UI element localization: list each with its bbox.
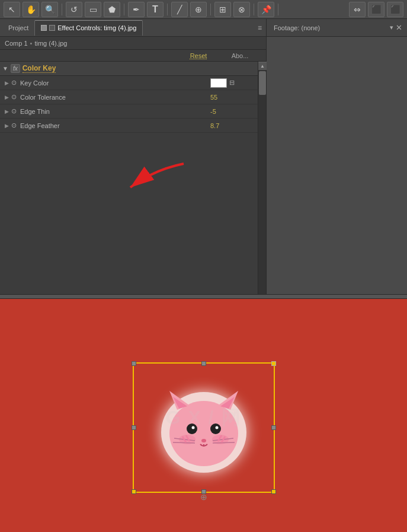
handle-tl[interactable] xyxy=(132,361,136,366)
handle-br[interactable] xyxy=(271,489,276,494)
col-about-header: Abo... xyxy=(222,52,258,59)
breadcrumb-sep: • xyxy=(30,40,33,47)
edge-thin-row: ▶ ⊙ Edge Thin -5 xyxy=(0,104,258,119)
tab-project[interactable]: Project xyxy=(2,20,34,36)
edge-feather-triangle[interactable]: ▶ xyxy=(5,123,9,129)
handle-mt[interactable] xyxy=(201,361,206,366)
footage-panel: Footage: (none) ▾ ✕ xyxy=(267,19,407,294)
project-tab-label: Project xyxy=(8,24,28,31)
effect-scrollbar[interactable]: ▲ xyxy=(258,62,266,294)
separator-4 xyxy=(210,4,211,15)
scroll-up-arrow[interactable]: ▲ xyxy=(258,62,267,70)
color-tolerance-row: ▶ ⊙ Color Tolerance 55 xyxy=(0,90,258,104)
key-color-swatch[interactable] xyxy=(210,78,227,88)
svg-point-10 xyxy=(215,426,218,429)
handle-ml[interactable] xyxy=(132,425,136,430)
eyedrop-icon[interactable]: ⊟ xyxy=(229,79,235,87)
footage-controls: ▾ ✕ xyxy=(390,23,405,32)
svg-point-8 xyxy=(210,423,221,434)
panel-divider xyxy=(0,294,407,299)
svg-point-2 xyxy=(169,401,238,466)
edge-thin-triangle[interactable]: ▶ xyxy=(5,109,9,114)
svg-point-11 xyxy=(201,439,206,442)
panel-tab-bar: Project Effect Controls: timg (4).jpg ≡ xyxy=(0,19,266,37)
text-tool[interactable]: T xyxy=(147,2,164,17)
anchor-indicator: ⊕ xyxy=(200,492,207,502)
extra-tool-1[interactable]: ⬛ xyxy=(368,2,384,17)
svg-point-7 xyxy=(187,423,197,434)
color-key-header: ▼ fx Color Key xyxy=(0,62,258,76)
footage-tab-label[interactable]: Footage: (none) xyxy=(269,22,325,34)
effect-controls-panel: Project Effect Controls: timg (4).jpg ≡ … xyxy=(0,19,267,294)
svg-line-17 xyxy=(213,442,235,443)
motion-tool[interactable]: ⇔ xyxy=(349,2,366,17)
cat-illustration xyxy=(139,368,269,487)
brush-tool[interactable]: ╱ xyxy=(171,2,188,17)
breadcrumb: Comp 1 • timg (4).jpg xyxy=(0,37,266,50)
edge-thin-label: Edge Thin xyxy=(20,108,210,115)
key-color-stopwatch[interactable]: ⊙ xyxy=(11,79,17,87)
tab-color-icon-2 xyxy=(49,25,55,31)
footage-tab-bar: Footage: (none) ▾ ✕ xyxy=(267,19,407,37)
footage-close[interactable]: ✕ xyxy=(396,23,402,32)
breadcrumb-comp: Comp 1 xyxy=(5,40,28,47)
separator-3 xyxy=(167,4,168,15)
null-tool[interactable]: ⊗ xyxy=(233,2,250,17)
right-tools: ⇔ ⬛ ⬛ xyxy=(349,2,403,17)
effect-name[interactable]: Color Key xyxy=(23,64,56,73)
panels-area: Project Effect Controls: timg (4).jpg ≡ … xyxy=(0,19,407,294)
effect-section-wrapper: ▼ fx Color Key ▶ ⊙ Key Color ⊟ ▶ xyxy=(0,62,266,294)
edge-feather-label: Edge Feather xyxy=(20,122,210,129)
hand-tool[interactable]: ✋ xyxy=(23,2,39,17)
footage-dropdown[interactable]: ▾ xyxy=(390,24,393,31)
tab-effect-controls[interactable]: Effect Controls: timg (4).jpg xyxy=(34,20,143,36)
edge-thin-stopwatch[interactable]: ⊙ xyxy=(11,107,17,115)
svg-point-9 xyxy=(191,426,194,429)
color-tolerance-value[interactable]: 55 xyxy=(210,94,258,101)
separator-6 xyxy=(278,4,278,15)
separator-2 xyxy=(124,4,124,15)
panel-menu-icon[interactable]: ≡ xyxy=(256,24,264,32)
color-tolerance-stopwatch[interactable]: ⊙ xyxy=(11,93,17,101)
effect-content: ▼ fx Color Key ▶ ⊙ Key Color ⊟ ▶ xyxy=(0,62,258,294)
tab-icons: ≡ xyxy=(256,24,264,32)
key-color-value: ⊟ xyxy=(210,78,258,88)
pin-tool[interactable]: 📌 xyxy=(258,2,274,17)
key-color-triangle[interactable]: ▶ xyxy=(5,80,9,86)
handle-mr[interactable] xyxy=(271,425,276,430)
shape-tool[interactable]: ▭ xyxy=(85,2,101,17)
handle-tr[interactable] xyxy=(271,361,276,366)
handle-bl[interactable] xyxy=(132,489,136,494)
preview-panel: ⊕ G X / 网 xyxy=(0,299,407,532)
main-toolbar: ↖ ✋ 🔍 ↺ ▭ ⬟ ✒ T ╱ ⊕ ⊞ ⊗ 📌 ⇔ ⬛ ⬛ xyxy=(0,0,407,19)
key-color-row: ▶ ⊙ Key Color ⊟ xyxy=(0,76,258,90)
breadcrumb-file: timg (4).jpg xyxy=(34,40,67,47)
footage-content xyxy=(267,37,407,294)
effect-controls-tab-label: Effect Controls: timg (4).jpg xyxy=(57,24,136,31)
edge-feather-row: ▶ ⊙ Edge Feather 8.7 xyxy=(0,119,258,133)
zoom-tool[interactable]: 🔍 xyxy=(41,2,58,17)
pen-tool[interactable]: ✒ xyxy=(128,2,145,17)
svg-line-15 xyxy=(173,442,195,443)
separator-5 xyxy=(254,4,254,15)
separator-1 xyxy=(62,4,62,15)
arrow-tool[interactable]: ↖ xyxy=(4,2,20,17)
col-reset-header[interactable]: Reset xyxy=(175,52,222,59)
edge-feather-stopwatch[interactable]: ⊙ xyxy=(11,122,17,129)
extra-tool-2[interactable]: ⬛ xyxy=(387,2,403,17)
scroll-thumb[interactable] xyxy=(259,71,266,95)
edge-thin-value[interactable]: -5 xyxy=(210,108,258,115)
cat-layer[interactable]: ⊕ xyxy=(133,362,275,493)
key-color-label: Key Color xyxy=(20,79,210,87)
tab-color-icon xyxy=(41,25,47,31)
color-tolerance-triangle[interactable]: ▶ xyxy=(5,94,9,100)
fx-badge: fx xyxy=(11,64,20,73)
camera-tool[interactable]: ⊞ xyxy=(214,2,231,17)
rotate-tool[interactable]: ↺ xyxy=(66,2,82,17)
edge-feather-value[interactable]: 8.7 xyxy=(210,122,258,129)
shape-tool-2[interactable]: ⬟ xyxy=(104,2,120,17)
column-headers: Reset Abo... xyxy=(0,50,266,62)
stamp-tool[interactable]: ⊕ xyxy=(190,2,207,17)
color-tolerance-label: Color Tolerance xyxy=(20,94,210,101)
expand-triangle[interactable]: ▼ xyxy=(2,65,8,72)
